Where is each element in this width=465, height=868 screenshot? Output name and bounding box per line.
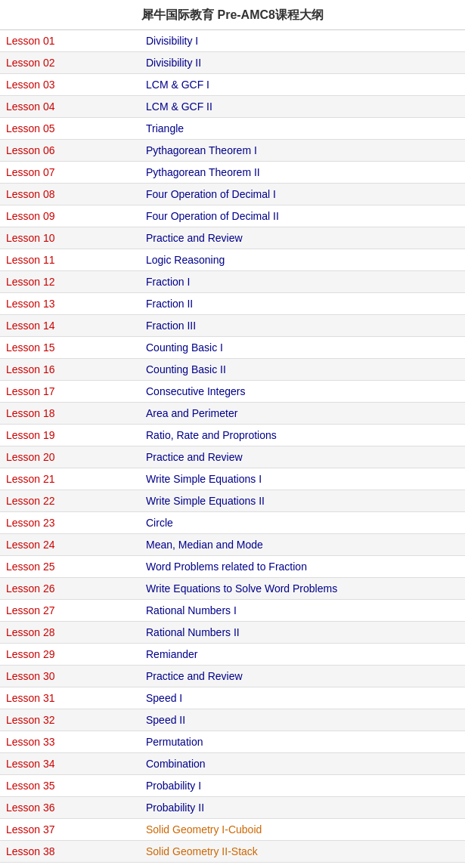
lesson-topic: Probability I	[140, 777, 465, 795]
lesson-label: Lesson 31	[0, 689, 140, 707]
lesson-topic: Rational Numbers II	[140, 623, 465, 641]
table-row: Lesson 05Triangle	[0, 118, 465, 140]
page-title: 犀牛国际教育 Pre-AMC8课程大纲	[0, 0, 465, 30]
table-row: Lesson 22Write Simple Equations II	[0, 490, 465, 512]
lesson-label: Lesson 07	[0, 163, 140, 181]
table-row: Lesson 10Practice and Review	[0, 227, 465, 249]
lesson-topic: Circle	[140, 514, 465, 532]
table-row: Lesson 08Four Operation of Decimal I	[0, 184, 465, 205]
lesson-label: Lesson 26	[0, 579, 140, 598]
lesson-topic: Write Equations to Solve Word Problems	[140, 579, 465, 598]
lesson-topic: Remiander	[140, 645, 465, 663]
lesson-topic: Combination	[140, 755, 465, 773]
lesson-topic: Divisibility I	[140, 32, 465, 50]
lesson-topic: Practice and Review	[140, 229, 465, 247]
lesson-topic: Mean, Median and Mode	[140, 536, 465, 554]
table-row: Lesson 02Divisibility II	[0, 52, 465, 74]
lesson-label: Lesson 30	[0, 667, 140, 685]
table-row: Lesson 34Combination	[0, 753, 465, 775]
lesson-topic: Four Operation of Decimal II	[140, 207, 465, 225]
lesson-topic: LCM & GCF I	[140, 76, 465, 94]
table-row: Lesson 25Word Problems related to Fracti…	[0, 556, 465, 578]
lesson-topic: Area and Perimeter	[140, 404, 465, 422]
table-row: Lesson 06Pythagorean Theorem I	[0, 140, 465, 162]
lesson-label: Lesson 11	[0, 251, 140, 269]
table-row: Lesson 07Pythagorean Theorem II	[0, 162, 465, 184]
lesson-topic: Rational Numbers I	[140, 601, 465, 619]
lesson-topic: Logic Reasoning	[140, 251, 465, 269]
lesson-label: Lesson 29	[0, 645, 140, 663]
table-row: Lesson 30Practice and Review	[0, 666, 465, 687]
table-row: Lesson 04LCM & GCF II	[0, 96, 465, 118]
lesson-label: Lesson 37	[0, 820, 140, 839]
lesson-label: Lesson 08	[0, 185, 140, 203]
lesson-topic: Fraction I	[140, 273, 465, 291]
lesson-label: Lesson 17	[0, 382, 140, 400]
table-row: Lesson 37Solid Geometry I-Cuboid	[0, 819, 465, 841]
table-row: Lesson 29Remiander	[0, 644, 465, 666]
lesson-label: Lesson 20	[0, 448, 140, 466]
table-row: Lesson 35Probability I	[0, 775, 465, 797]
lesson-label: Lesson 33	[0, 733, 140, 751]
lesson-topic: Practice and Review	[140, 667, 465, 685]
table-row: Lesson 24Mean, Median and Mode	[0, 534, 465, 556]
table-row: Lesson 15Counting Basic I	[0, 337, 465, 359]
lesson-label: Lesson 04	[0, 97, 140, 116]
table-row: Lesson 20Practice and Review	[0, 446, 465, 468]
lesson-topic: Speed II	[140, 711, 465, 729]
lesson-topic: Fraction III	[140, 317, 465, 335]
lesson-label: Lesson 28	[0, 623, 140, 641]
lesson-label: Lesson 02	[0, 54, 140, 72]
table-row: Lesson 36Probability II	[0, 797, 465, 819]
lesson-topic: Fraction II	[140, 295, 465, 313]
lesson-topic: Speed I	[140, 689, 465, 707]
table-row: Lesson 18Area and Perimeter	[0, 403, 465, 425]
lesson-topic: Consecutive Integers	[140, 382, 465, 400]
table-row: Lesson 03LCM & GCF I	[0, 74, 465, 96]
lesson-topic: Divisibility II	[140, 54, 465, 72]
lesson-topic: Counting Basic I	[140, 338, 465, 357]
lesson-label: Lesson 03	[0, 76, 140, 94]
lesson-topic: Write Simple Equations II	[140, 492, 465, 510]
table-row: Lesson 14Fraction III	[0, 315, 465, 337]
lesson-topic: Pythagorean Theorem II	[140, 163, 465, 181]
table-row: Lesson 33Permutation	[0, 731, 465, 753]
lesson-topic: LCM & GCF II	[140, 97, 465, 116]
lesson-label: Lesson 24	[0, 536, 140, 554]
lesson-label: Lesson 39	[0, 864, 140, 868]
table-row: Lesson 32Speed II	[0, 709, 465, 731]
lesson-label: Lesson 21	[0, 470, 140, 488]
lesson-topic: Word Problems related to Fraction	[140, 558, 465, 576]
lesson-topic: Counting Basic II	[140, 360, 465, 378]
table-row: Lesson 31Speed I	[0, 687, 465, 709]
lesson-label: Lesson 10	[0, 229, 140, 247]
lesson-label: Lesson 13	[0, 295, 140, 313]
table-row: Lesson 11Logic Reasoning	[0, 249, 465, 271]
lesson-topic: Triangle	[140, 119, 465, 137]
lesson-label: Lesson 22	[0, 492, 140, 510]
lesson-topic: Solid Geometry II-Stack	[140, 842, 465, 860]
lesson-label: Lesson 34	[0, 755, 140, 773]
lesson-topic: Four Operation of Decimal I	[140, 185, 465, 203]
table-row: Lesson 12Fraction I	[0, 271, 465, 293]
lesson-topic: Permutation	[140, 733, 465, 751]
lesson-label: Lesson 27	[0, 601, 140, 619]
table-row: Lesson 13Fraction II	[0, 293, 465, 315]
table-row: Lesson 26Write Equations to Solve Word P…	[0, 578, 465, 600]
lesson-label: Lesson 05	[0, 119, 140, 137]
lesson-label: Lesson 09	[0, 207, 140, 225]
lesson-label: Lesson 19	[0, 426, 140, 444]
lesson-label: Lesson 15	[0, 338, 140, 357]
lesson-topic: Pythagorean Theorem I	[140, 141, 465, 159]
lesson-topic: Probability II	[140, 798, 465, 817]
table-row: Lesson 27Rational Numbers I	[0, 600, 465, 622]
table-row: Lesson 17Consecutive Integers	[0, 381, 465, 403]
lesson-topic: Ratio, Rate and Proprotions	[140, 426, 465, 444]
lesson-label: Lesson 38	[0, 842, 140, 860]
lesson-topic: Write Simple Equations I	[140, 470, 465, 488]
lesson-label: Lesson 35	[0, 777, 140, 795]
table-row: Lesson 38Solid Geometry II-Stack	[0, 841, 465, 863]
lesson-label: Lesson 06	[0, 141, 140, 159]
table-row: Lesson 39Solid Geometry III-Cylinder and…	[0, 863, 465, 868]
lesson-topic: Solid Geometry I-Cuboid	[140, 820, 465, 839]
